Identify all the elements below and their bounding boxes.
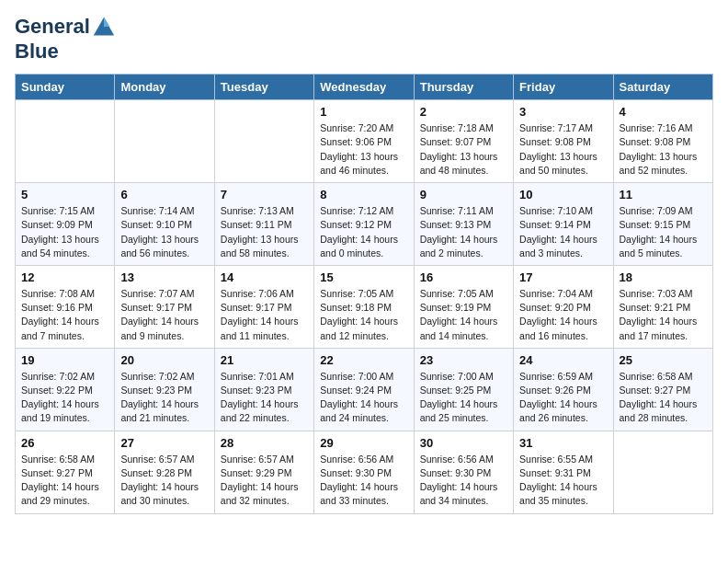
calendar-week-row: 1Sunrise: 7:20 AMSunset: 9:06 PMDaylight…	[16, 100, 713, 183]
calendar-cell	[115, 100, 214, 183]
calendar-cell: 8Sunrise: 7:12 AMSunset: 9:12 PMDaylight…	[314, 183, 414, 266]
day-detail: Sunrise: 6:58 AMSunset: 9:27 PMDaylight:…	[620, 370, 707, 426]
day-number: 30	[420, 436, 507, 450]
day-number: 31	[519, 436, 607, 450]
day-number: 18	[620, 270, 707, 284]
calendar-header-row: SundayMondayTuesdayWednesdayThursdayFrid…	[16, 75, 713, 100]
calendar-cell: 27Sunrise: 6:57 AMSunset: 9:28 PMDayligh…	[115, 431, 214, 513]
calendar-cell: 31Sunrise: 6:55 AMSunset: 9:31 PMDayligh…	[514, 431, 613, 513]
calendar-cell: 3Sunrise: 7:17 AMSunset: 9:08 PMDaylight…	[514, 100, 613, 183]
day-detail: Sunrise: 7:00 AMSunset: 9:25 PMDaylight:…	[420, 370, 507, 426]
day-detail: Sunrise: 7:20 AMSunset: 9:06 PMDaylight:…	[320, 121, 407, 178]
calendar-cell: 30Sunrise: 6:56 AMSunset: 9:30 PMDayligh…	[414, 431, 513, 513]
day-number: 9	[420, 188, 507, 201]
day-detail: Sunrise: 7:02 AMSunset: 9:23 PMDaylight:…	[120, 370, 208, 426]
day-number: 16	[420, 270, 507, 284]
calendar-cell: 24Sunrise: 6:59 AMSunset: 9:26 PMDayligh…	[514, 348, 613, 431]
day-number: 28	[221, 436, 308, 450]
col-header-monday: Monday	[115, 75, 214, 100]
day-number: 14	[221, 270, 308, 284]
calendar-cell: 29Sunrise: 6:56 AMSunset: 9:30 PMDayligh…	[314, 431, 414, 513]
day-number: 25	[620, 353, 707, 367]
day-detail: Sunrise: 7:18 AMSunset: 9:07 PMDaylight:…	[420, 121, 507, 178]
col-header-thursday: Thursday	[414, 75, 513, 100]
calendar-cell: 11Sunrise: 7:09 AMSunset: 9:15 PMDayligh…	[613, 183, 712, 266]
calendar-week-row: 12Sunrise: 7:08 AMSunset: 9:16 PMDayligh…	[16, 265, 713, 348]
day-number: 3	[519, 105, 607, 119]
day-detail: Sunrise: 7:14 AMSunset: 9:10 PMDaylight:…	[120, 204, 208, 260]
calendar-cell: 26Sunrise: 6:58 AMSunset: 9:27 PMDayligh…	[16, 431, 115, 513]
calendar-cell: 6Sunrise: 7:14 AMSunset: 9:10 PMDaylight…	[115, 183, 214, 266]
day-detail: Sunrise: 7:12 AMSunset: 9:12 PMDaylight:…	[320, 204, 407, 260]
calendar-cell	[214, 100, 313, 183]
day-number: 5	[21, 188, 108, 201]
col-header-saturday: Saturday	[613, 75, 712, 100]
day-number: 23	[420, 353, 507, 367]
day-number: 19	[21, 353, 108, 367]
day-number: 17	[519, 270, 607, 284]
day-detail: Sunrise: 7:05 AMSunset: 9:18 PMDaylight:…	[320, 287, 407, 343]
day-detail: Sunrise: 7:03 AMSunset: 9:21 PMDaylight:…	[620, 287, 707, 343]
calendar-cell	[613, 431, 712, 513]
day-number: 7	[221, 188, 308, 201]
col-header-sunday: Sunday	[16, 75, 115, 100]
day-detail: Sunrise: 6:58 AMSunset: 9:27 PMDaylight:…	[21, 453, 108, 509]
logo-icon	[91, 15, 117, 40]
calendar-cell: 5Sunrise: 7:15 AMSunset: 9:09 PMDaylight…	[16, 183, 115, 266]
day-detail: Sunrise: 7:02 AMSunset: 9:22 PMDaylight:…	[21, 370, 108, 426]
calendar-week-row: 26Sunrise: 6:58 AMSunset: 9:27 PMDayligh…	[16, 431, 713, 513]
day-detail: Sunrise: 7:01 AMSunset: 9:23 PMDaylight:…	[221, 370, 308, 426]
day-detail: Sunrise: 7:13 AMSunset: 9:11 PMDaylight:…	[221, 204, 308, 260]
calendar-cell: 18Sunrise: 7:03 AMSunset: 9:21 PMDayligh…	[613, 265, 712, 348]
day-detail: Sunrise: 7:08 AMSunset: 9:16 PMDaylight:…	[21, 287, 108, 343]
day-number: 8	[320, 188, 407, 201]
day-number: 24	[519, 353, 607, 367]
day-detail: Sunrise: 7:11 AMSunset: 9:13 PMDaylight:…	[420, 204, 507, 260]
calendar-cell: 23Sunrise: 7:00 AMSunset: 9:25 PMDayligh…	[414, 348, 513, 431]
logo-text: General Blue	[15, 15, 118, 63]
calendar-cell: 25Sunrise: 6:58 AMSunset: 9:27 PMDayligh…	[613, 348, 712, 431]
day-detail: Sunrise: 7:09 AMSunset: 9:15 PMDaylight:…	[620, 204, 707, 260]
col-header-friday: Friday	[514, 75, 613, 100]
svg-marker-1	[104, 17, 110, 27]
day-number: 20	[120, 353, 208, 367]
day-number: 1	[320, 105, 407, 119]
calendar-cell: 22Sunrise: 7:00 AMSunset: 9:24 PMDayligh…	[314, 348, 414, 431]
day-number: 27	[120, 436, 208, 450]
day-detail: Sunrise: 7:07 AMSunset: 9:17 PMDaylight:…	[120, 287, 208, 343]
day-number: 22	[320, 353, 407, 367]
day-detail: Sunrise: 7:04 AMSunset: 9:20 PMDaylight:…	[519, 287, 607, 343]
day-number: 11	[620, 188, 707, 201]
calendar-cell: 10Sunrise: 7:10 AMSunset: 9:14 PMDayligh…	[514, 183, 613, 266]
calendar-cell: 15Sunrise: 7:05 AMSunset: 9:18 PMDayligh…	[314, 265, 414, 348]
day-number: 26	[21, 436, 108, 450]
logo: General Blue	[15, 15, 118, 63]
day-number: 10	[519, 188, 607, 201]
day-detail: Sunrise: 7:15 AMSunset: 9:09 PMDaylight:…	[21, 204, 108, 260]
day-number: 21	[221, 353, 308, 367]
day-number: 15	[320, 270, 407, 284]
day-number: 13	[120, 270, 208, 284]
calendar-cell: 9Sunrise: 7:11 AMSunset: 9:13 PMDaylight…	[414, 183, 513, 266]
day-detail: Sunrise: 6:56 AMSunset: 9:30 PMDaylight:…	[320, 453, 407, 509]
day-number: 2	[420, 105, 507, 119]
day-number: 12	[21, 270, 108, 284]
col-header-tuesday: Tuesday	[214, 75, 313, 100]
day-number: 29	[320, 436, 407, 450]
calendar-cell: 21Sunrise: 7:01 AMSunset: 9:23 PMDayligh…	[214, 348, 313, 431]
calendar-week-row: 19Sunrise: 7:02 AMSunset: 9:22 PMDayligh…	[16, 348, 713, 431]
calendar-cell: 28Sunrise: 6:57 AMSunset: 9:29 PMDayligh…	[214, 431, 313, 513]
calendar-cell: 12Sunrise: 7:08 AMSunset: 9:16 PMDayligh…	[16, 265, 115, 348]
calendar-cell: 7Sunrise: 7:13 AMSunset: 9:11 PMDaylight…	[214, 183, 313, 266]
day-number: 6	[120, 188, 208, 201]
calendar-week-row: 5Sunrise: 7:15 AMSunset: 9:09 PMDaylight…	[16, 183, 713, 266]
calendar-cell: 16Sunrise: 7:05 AMSunset: 9:19 PMDayligh…	[414, 265, 513, 348]
day-detail: Sunrise: 7:17 AMSunset: 9:08 PMDaylight:…	[519, 121, 607, 178]
calendar-table: SundayMondayTuesdayWednesdayThursdayFrid…	[15, 74, 713, 513]
page-header: General Blue	[15, 15, 713, 63]
day-detail: Sunrise: 7:10 AMSunset: 9:14 PMDaylight:…	[519, 204, 607, 260]
calendar-cell: 13Sunrise: 7:07 AMSunset: 9:17 PMDayligh…	[115, 265, 214, 348]
calendar-cell: 20Sunrise: 7:02 AMSunset: 9:23 PMDayligh…	[115, 348, 214, 431]
day-detail: Sunrise: 6:57 AMSunset: 9:29 PMDaylight:…	[221, 453, 308, 509]
calendar-cell: 4Sunrise: 7:16 AMSunset: 9:08 PMDaylight…	[613, 100, 712, 183]
